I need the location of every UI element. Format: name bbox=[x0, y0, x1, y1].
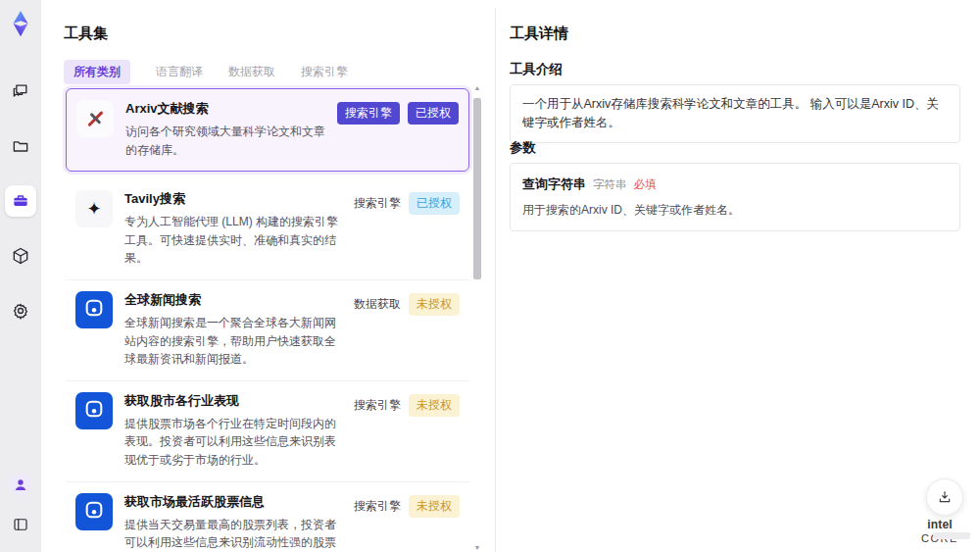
auth-status-badge: 已授权 bbox=[409, 192, 460, 215]
stock-app-icon bbox=[75, 493, 113, 530]
tool-description: 提供股票市场各个行业在特定时间段内的表现。投资者可以利用这些信息来识别表现优于或… bbox=[124, 415, 342, 470]
param-card: 查询字符串 字符串 必填 用于搜索的Arxiv ID、关键字或作者姓名。 bbox=[510, 163, 960, 231]
tool-name: 全球新闻搜索 bbox=[124, 291, 342, 309]
nav-tools-button[interactable] bbox=[5, 185, 36, 217]
app-logo-icon bbox=[6, 9, 35, 38]
tool-details-panel: 工具详情 工具介绍 一个用于从Arxiv存储库搜索科学论文和文章的工具。 输入可… bbox=[496, 8, 980, 552]
gear-icon bbox=[11, 301, 30, 321]
global-news-app-icon bbox=[75, 291, 113, 328]
user-icon bbox=[13, 477, 28, 492]
tavily-star-icon: ✦ bbox=[75, 190, 113, 227]
stock-app-icon bbox=[75, 392, 113, 429]
tool-row-active-stocks[interactable]: 获取市场最活跃股票信息 提供当天交易量最高的股票列表，投资者可以利用这些信息来识… bbox=[66, 482, 469, 552]
nav-chat-button[interactable] bbox=[5, 75, 36, 107]
left-rail bbox=[0, 0, 41, 552]
tab-language-translation[interactable]: 语言翻译 bbox=[156, 60, 203, 84]
details-title: 工具详情 bbox=[510, 25, 568, 43]
nav-packages-button[interactable] bbox=[5, 240, 36, 272]
tool-description: 专为人工智能代理 (LLM) 构建的搜索引擎工具。可快速提供实时、准确和真实的结… bbox=[124, 213, 342, 268]
category-tabs: 所有类别 语言翻译 数据获取 搜索引擎 bbox=[64, 60, 348, 84]
auth-status-badge: 未授权 bbox=[409, 293, 460, 316]
intro-heading: 工具介绍 bbox=[510, 61, 563, 78]
nav-settings-button[interactable] bbox=[5, 295, 36, 326]
category-label: 搜索引擎 bbox=[354, 192, 401, 212]
tool-row-global-news[interactable]: 全球新闻搜索 全球新闻搜索是一个聚合全球各大新闻网站内容的搜索引擎，帮助用户快速… bbox=[66, 280, 469, 381]
tool-row-stock-sectors[interactable]: 获取股市各行业表现 提供股票市场各个行业在特定时间段内的表现。投资者可以利用这些… bbox=[66, 381, 469, 482]
tab-all-categories[interactable]: 所有类别 bbox=[64, 60, 130, 84]
category-badge: 搜索引擎 bbox=[337, 102, 400, 125]
tool-description: 访问各个研究领域大量科学论文和文章的存储库。 bbox=[125, 123, 325, 159]
tool-row-arxiv[interactable]: Arxiv文献搜索 访问各个研究领域大量科学论文和文章的存储库。 搜索引擎 已授… bbox=[66, 88, 469, 172]
folder-icon bbox=[11, 136, 30, 156]
panel-toggle-icon bbox=[12, 516, 29, 533]
param-name: 查询字符串 bbox=[522, 176, 586, 193]
scroll-down-arrow[interactable]: ▼ bbox=[473, 544, 481, 552]
scrollbar-thumb[interactable] bbox=[473, 98, 481, 279]
category-label: 搜索引擎 bbox=[354, 495, 401, 515]
list-scrollbar[interactable]: ▲ ▼ bbox=[472, 84, 482, 552]
arxiv-logo-icon bbox=[76, 100, 114, 137]
collapse-sidebar-button[interactable] bbox=[5, 509, 36, 540]
auth-status-badge: 未授权 bbox=[409, 394, 460, 417]
page-title: 工具集 bbox=[64, 25, 108, 43]
tab-data-fetching[interactable]: 数据获取 bbox=[228, 60, 275, 84]
tool-list-panel: 工具集 所有类别 语言翻译 数据获取 搜索引擎 Arxiv文献搜索 访问各个研究… bbox=[41, 8, 495, 552]
params-heading: 参数 bbox=[510, 139, 536, 157]
category-label: 搜索引擎 bbox=[354, 394, 401, 414]
auth-status-badge: 未授权 bbox=[409, 495, 460, 518]
param-type: 字符串 bbox=[593, 177, 627, 192]
tool-name: Tavily搜索 bbox=[124, 190, 342, 208]
download-icon bbox=[937, 489, 953, 505]
nav-files-button[interactable] bbox=[5, 130, 36, 162]
tab-search-engine[interactable]: 搜索引擎 bbox=[301, 60, 348, 84]
param-description: 用于搜索的Arxiv ID、关键字或作者姓名。 bbox=[522, 202, 948, 219]
download-button[interactable] bbox=[926, 478, 963, 516]
intel-core-logo: intel core bbox=[909, 518, 970, 545]
tool-description: 全球新闻搜索是一个聚合全球各大新闻网站内容的搜索引擎，帮助用户快速获取全球最新资… bbox=[124, 314, 342, 369]
tool-list: Arxiv文献搜索 访问各个研究领域大量科学论文和文章的存储库。 搜索引擎 已授… bbox=[66, 88, 469, 552]
param-required-flag: 必填 bbox=[634, 177, 657, 192]
chat-icon bbox=[11, 81, 30, 101]
tool-description: 提供当天交易量最高的股票列表，投资者可以利用这些信息来识别流动性强的股票和潜在的… bbox=[124, 516, 342, 552]
tool-name: Arxiv文献搜索 bbox=[125, 100, 325, 118]
tool-name: 获取市场最活跃股票信息 bbox=[124, 493, 342, 511]
tool-name: 获取股市各行业表现 bbox=[124, 392, 342, 410]
briefcase-icon bbox=[11, 191, 30, 211]
user-avatar[interactable] bbox=[10, 474, 31, 495]
intro-text-box: 一个用于从Arxiv存储库搜索科学论文和文章的工具。 输入可以是Arxiv ID… bbox=[510, 84, 960, 143]
scroll-up-arrow[interactable]: ▲ bbox=[473, 84, 481, 92]
category-label: 数据获取 bbox=[354, 293, 401, 313]
tool-row-tavily[interactable]: ✦ Tavily搜索 专为人工智能代理 (LLM) 构建的搜索引擎工具。可快速提… bbox=[66, 179, 469, 280]
intel-badge-smudge bbox=[933, 532, 970, 539]
auth-status-badge: 已授权 bbox=[408, 102, 459, 125]
intel-wordmark: intel bbox=[927, 518, 953, 531]
cube-icon bbox=[11, 246, 30, 266]
